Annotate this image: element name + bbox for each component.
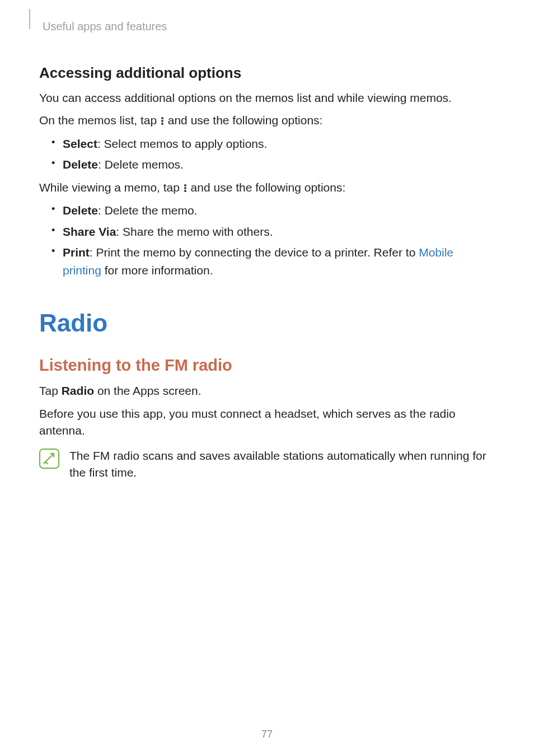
option-name: Select [63, 137, 97, 150]
option-name: Share Via [63, 225, 116, 238]
paragraph: You can access additional options on the… [39, 90, 495, 106]
option-desc: : Share the memo with others. [116, 225, 273, 238]
breadcrumb: Useful apps and features [43, 20, 495, 33]
option-name: Delete [63, 204, 98, 217]
page-number: 77 [0, 729, 534, 740]
list-item: Print: Print the memo by connecting the … [39, 244, 495, 279]
text: Tap [39, 384, 62, 397]
option-desc: : Delete memos. [98, 158, 184, 171]
heading-accessing-options: Accessing additional options [39, 64, 495, 82]
options-list-1: Select: Select memos to apply options. D… [39, 135, 495, 174]
paragraph: On the memos list, tap and use the follo… [39, 112, 495, 129]
option-desc: : Delete the memo. [98, 204, 197, 217]
app-name: Radio [62, 384, 94, 397]
more-options-icon [183, 184, 188, 193]
option-name: Print [63, 246, 90, 259]
more-options-icon [160, 116, 165, 125]
option-desc: : Select memos to apply options. [97, 137, 268, 150]
heading-radio: Radio [39, 309, 495, 337]
list-item: Share Via: Share the memo with others. [39, 223, 495, 241]
info-note: The FM radio scans and saves available s… [39, 447, 495, 482]
paragraph: Tap Radio on the Apps screen. [39, 382, 495, 399]
list-item: Select: Select memos to apply options. [39, 135, 495, 153]
list-item: Delete: Delete the memo. [39, 202, 495, 220]
note-icon [39, 449, 59, 469]
text: and use the following options: [188, 181, 346, 194]
option-name: Delete [63, 158, 98, 171]
text: and use the following options: [165, 114, 323, 127]
option-desc: for more information. [101, 264, 213, 277]
paragraph: While viewing a memo, tap and use the fo… [39, 179, 495, 196]
text: While viewing a memo, tap [39, 181, 183, 194]
header-divider [29, 9, 30, 29]
text: on the Apps screen. [94, 384, 201, 397]
text: On the memos list, tap [39, 114, 160, 127]
option-desc: : Print the memo by connecting the devic… [90, 246, 419, 259]
options-list-2: Delete: Delete the memo. Share Via: Shar… [39, 202, 495, 279]
list-item: Delete: Delete memos. [39, 156, 495, 174]
heading-listening-fm: Listening to the FM radio [39, 356, 495, 375]
paragraph: Before you use this app, you must connec… [39, 405, 495, 440]
info-text: The FM radio scans and saves available s… [69, 447, 495, 482]
